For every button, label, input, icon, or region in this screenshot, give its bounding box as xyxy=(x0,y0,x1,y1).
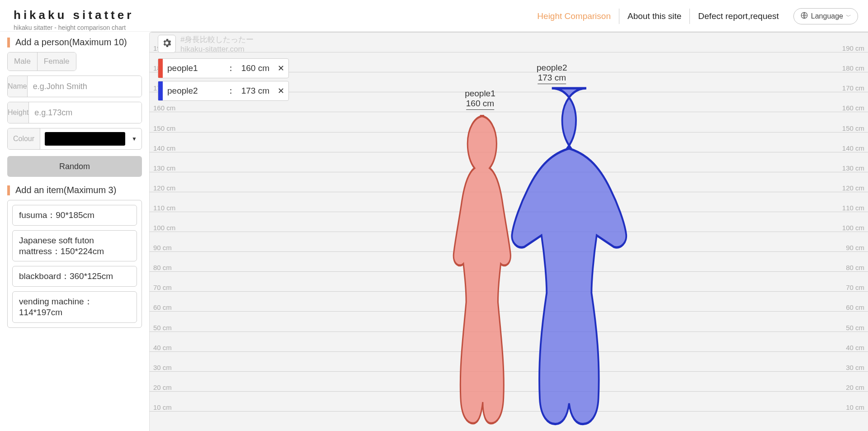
name-label: Name xyxy=(8,76,28,97)
grid-label-right: 70 cm xyxy=(846,284,864,291)
grid-label-right: 140 cm xyxy=(842,144,864,152)
item-blackboard[interactable]: blackboard：360*125cm xyxy=(12,266,137,287)
dropdown-icon: ▼ xyxy=(132,136,137,142)
item-fusuma[interactable]: fusuma：90*185cm xyxy=(12,205,137,226)
grid-label-left: 40 cm xyxy=(153,344,172,351)
language-button[interactable]: Language ﹀ xyxy=(793,8,858,24)
item-vending-machine[interactable]: vending machine：114*197cm xyxy=(12,291,137,323)
grid-label-right: 30 cm xyxy=(846,364,864,371)
person-chip-name[interactable]: people1 xyxy=(163,63,225,73)
grid-label-right: 130 cm xyxy=(842,164,864,172)
remove-person-button[interactable]: ✕ xyxy=(273,63,288,73)
grid-label-right: 160 cm xyxy=(842,104,864,112)
grid-label-left: 110 cm xyxy=(153,204,175,212)
nav-defect-report[interactable]: Defect report,request xyxy=(690,9,787,24)
add-item-title: Add an item(Maximum 3) xyxy=(7,185,142,195)
top-nav: Height Comparison About this site Defect… xyxy=(529,8,858,24)
gear-icon xyxy=(161,38,172,50)
grid-label-left: 80 cm xyxy=(153,264,172,271)
grid-label-right: 10 cm xyxy=(846,403,864,411)
person-chip-height[interactable]: 160 cm xyxy=(237,63,273,73)
settings-button[interactable] xyxy=(158,35,176,53)
grid-label-left: 130 cm xyxy=(153,164,175,172)
grid-label-right: 120 cm xyxy=(842,184,864,192)
height-input[interactable] xyxy=(29,102,142,123)
grid-label-right: 40 cm xyxy=(846,344,864,351)
person-chip-people2: people2：173 cm✕ xyxy=(158,81,289,101)
watermark: #身長比較したったー hikaku-sitatter.com xyxy=(180,35,254,54)
height-row: Height xyxy=(7,102,142,123)
grid-label-left: 120 cm xyxy=(153,184,175,192)
colour-label: Colour xyxy=(8,128,40,149)
add-item-label: Add an item(Maximum 3) xyxy=(15,185,116,195)
grid-label-left: 200 cm xyxy=(153,32,175,32)
gridline: 190 cm190 cm xyxy=(150,52,868,52)
grid-label-right: 180 cm xyxy=(842,64,864,72)
grid-label-left: 150 cm xyxy=(153,124,175,132)
grid-label-left: 50 cm xyxy=(153,324,172,332)
colour-row: Colour ▼ xyxy=(7,128,142,150)
grid-label-left: 160 cm xyxy=(153,104,175,112)
person-color-stripe xyxy=(158,81,163,100)
nav-height-comparison[interactable]: Height Comparison xyxy=(529,9,619,24)
add-person-label: Add a person(Maximum 10) xyxy=(15,37,127,47)
grid-label-left: 10 cm xyxy=(153,403,172,411)
accent-tick xyxy=(7,38,10,47)
grid-label-left: 90 cm xyxy=(153,244,172,251)
name-input[interactable] xyxy=(28,76,142,97)
grid-label-right: 20 cm xyxy=(846,384,864,391)
grid-label-left: 70 cm xyxy=(153,284,172,291)
grid-label-right: 90 cm xyxy=(846,244,864,251)
remove-person-button[interactable]: ✕ xyxy=(273,86,288,96)
sil-name: people2 xyxy=(537,63,567,73)
grid-label-left: 20 cm xyxy=(153,384,172,391)
grid-label-right: 170 cm xyxy=(842,84,864,92)
grid-label-left: 140 cm xyxy=(153,144,175,152)
grid-label-right: 80 cm xyxy=(846,264,864,271)
nav-about[interactable]: About this site xyxy=(619,9,690,24)
grid-label-right: 190 cm xyxy=(842,44,864,52)
sil-height: 173 cm xyxy=(538,73,566,84)
accent-tick xyxy=(7,185,10,195)
grid-label-left: 100 cm xyxy=(153,224,175,232)
person-chip-people1: people1：160 cm✕ xyxy=(158,58,289,78)
site-subtitle: hikaku sitatter - height comparison char… xyxy=(14,24,134,31)
name-row: Name xyxy=(7,76,142,97)
sidebar: Add a person(Maximum 10) Male Female Nam… xyxy=(0,32,149,431)
colour-swatch xyxy=(45,132,125,146)
watermark-line1: #身長比較したったー xyxy=(180,35,254,44)
colon: ： xyxy=(225,62,237,74)
person-chip-name[interactable]: people2 xyxy=(163,86,225,96)
brand-block: hikaku sitatter hikaku sitatter - height… xyxy=(14,8,134,31)
colour-picker[interactable]: ▼ xyxy=(40,128,142,149)
grid-label-right: 150 cm xyxy=(842,124,864,132)
chevron-down-icon: ﹀ xyxy=(846,13,851,20)
grid-label-right: 100 cm xyxy=(842,224,864,232)
globe-icon xyxy=(800,11,808,21)
silhouette-label-people2: people2173 cm xyxy=(537,63,567,84)
add-person-title: Add a person(Maximum 10) xyxy=(7,37,142,47)
grid-label-right: 50 cm xyxy=(846,324,864,332)
grid-label-right: 200 cm xyxy=(842,32,864,32)
person-chip-height[interactable]: 173 cm xyxy=(237,86,273,96)
female-button[interactable]: Female xyxy=(37,52,76,71)
site-title: hikaku sitatter xyxy=(14,8,134,22)
person-color-stripe xyxy=(158,59,163,78)
height-label: Height xyxy=(8,102,29,123)
random-button[interactable]: Random xyxy=(7,156,142,177)
silhouette-people2[interactable] xyxy=(474,86,629,431)
grid-label-right: 60 cm xyxy=(846,303,864,311)
colon: ： xyxy=(225,85,237,97)
items-box: fusuma：90*185cm Japanese soft futon matt… xyxy=(7,200,142,328)
grid-label-right: 110 cm xyxy=(842,204,864,212)
item-futon[interactable]: Japanese soft futon mattress：150*224cm xyxy=(12,230,137,262)
male-button[interactable]: Male xyxy=(8,52,37,71)
grid-label-left: 60 cm xyxy=(153,303,172,311)
grid-label-left: 30 cm xyxy=(153,364,172,371)
gender-toggle: Male Female xyxy=(7,52,76,71)
height-chart: #身長比較したったー hikaku-sitatter.com 200 cm200… xyxy=(149,32,868,431)
watermark-line2: hikaku-sitatter.com xyxy=(180,44,254,54)
gridline: 200 cm200 cm xyxy=(150,32,868,33)
language-label: Language xyxy=(811,12,843,20)
